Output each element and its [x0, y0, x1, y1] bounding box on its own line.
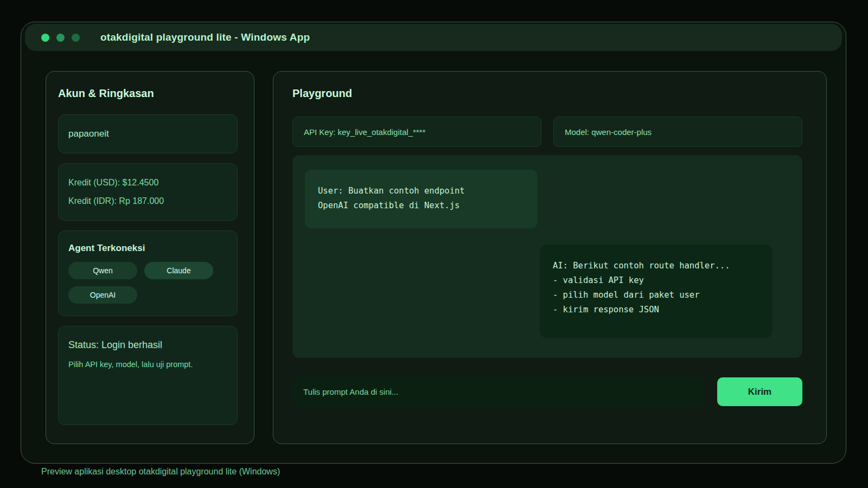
window-title: otakdigital playground lite - Windows Ap…: [100, 31, 310, 43]
agents-heading: Agent Terkoneksi: [68, 243, 227, 254]
credit-usd: Kredit (USD): $12.4500: [68, 178, 227, 188]
ai-message-line: AI: Berikut contoh route handler...: [553, 259, 760, 273]
status-card: Status: Login berhasil Pilih API key, mo…: [58, 326, 238, 425]
titlebar[interactable]: otakdigital playground lite - Windows Ap…: [25, 24, 842, 51]
window-controls: [41, 34, 80, 42]
chat-history: User: Buatkan contoh endpoint OpenAI com…: [292, 155, 802, 358]
username-card: papaoneit: [58, 114, 238, 153]
api-key-field[interactable]: API Key: key_live_otakdigital_****: [292, 117, 541, 147]
status-hint: Pilih API key, model, lalu uji prompt.: [68, 360, 227, 369]
ai-message-bubble: AI: Berikut contoh route handler... - va…: [540, 245, 773, 338]
user-message-bubble: User: Buatkan contoh endpoint OpenAI com…: [305, 170, 538, 228]
ai-message-line: - validasi API key: [553, 273, 760, 288]
playground-heading: Playground: [292, 87, 802, 100]
credit-card: Kredit (USD): $12.4500 Kredit (IDR): Rp …: [58, 163, 238, 221]
credit-idr: Kredit (IDR): Rp 187.000: [68, 196, 227, 206]
ai-message-line: - kirim response JSON: [553, 303, 760, 317]
agents-card: Agent Terkoneksi Qwen Claude OpenAI: [58, 230, 238, 316]
ai-message-line: - pilih model dari paket user: [553, 288, 760, 303]
model-field[interactable]: Model: qwen-coder-plus: [553, 117, 802, 147]
config-row: API Key: key_live_otakdigital_**** Model…: [292, 117, 802, 147]
prompt-row: Kirim: [292, 377, 802, 406]
agent-pill-qwen[interactable]: Qwen: [68, 262, 137, 279]
agent-pill-openai[interactable]: OpenAI: [68, 286, 137, 304]
preview-caption: Preview aplikasi desktop otakdigital pla…: [41, 467, 280, 477]
prompt-input[interactable]: [292, 377, 703, 406]
sidebar-panel: Akun & Ringkasan papaoneit Kredit (USD):…: [46, 71, 254, 444]
user-message-line: User: Buatkan contoh endpoint: [318, 184, 525, 198]
playground-panel: Playground API Key: key_live_otakdigital…: [273, 71, 827, 444]
username-value: papaoneit: [68, 129, 109, 139]
window-dot-1[interactable]: [41, 34, 49, 42]
window-dot-2[interactable]: [56, 34, 65, 42]
window-dot-3[interactable]: [72, 34, 80, 42]
sidebar-heading: Akun & Ringkasan: [58, 87, 238, 100]
agent-pill-list: Qwen Claude OpenAI: [68, 262, 215, 304]
app-window: otakdigital playground lite - Windows Ap…: [21, 22, 846, 464]
user-message-line: OpenAI compatible di Next.js: [318, 198, 525, 213]
agent-pill-claude[interactable]: Claude: [144, 262, 213, 279]
status-text: Status: Login berhasil: [68, 339, 227, 351]
send-button[interactable]: Kirim: [717, 377, 802, 406]
